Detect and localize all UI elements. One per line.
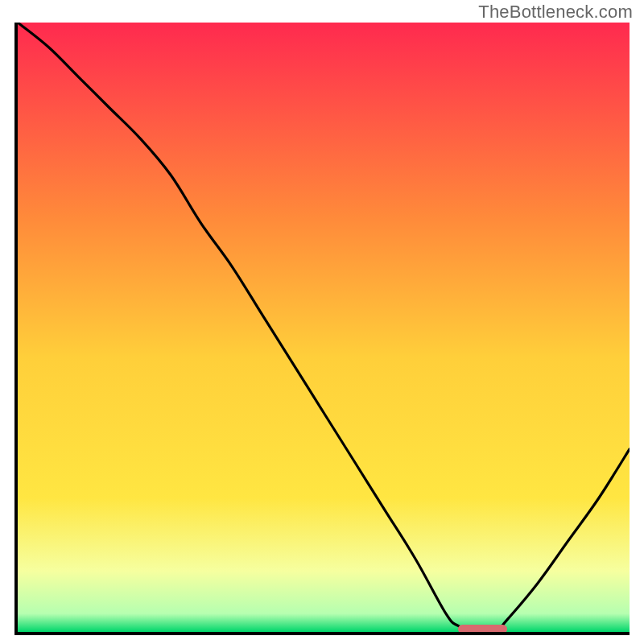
bottleneck-curve: [18, 23, 630, 632]
watermark-text: TheBottleneck.com: [478, 2, 633, 23]
chart-container: TheBottleneck.com: [0, 0, 644, 644]
optimal-range-marker: [458, 625, 507, 632]
plot-area: [18, 23, 630, 632]
